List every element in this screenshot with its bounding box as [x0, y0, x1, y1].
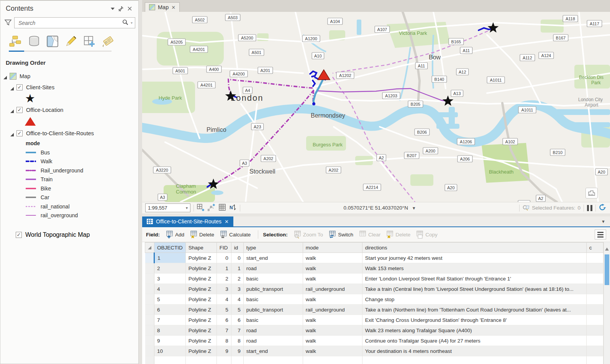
legend-item[interactable]: Bike	[0, 184, 138, 193]
table-row[interactable]: 8Polyline Z77roadwalkWalk 23 meters alon…	[145, 325, 603, 336]
column-header-id[interactable]: id	[231, 243, 243, 253]
table-cell[interactable]: walk	[303, 336, 362, 346]
table-row[interactable]: 6Polyline Z55public_transportrail_underg…	[145, 305, 603, 315]
field-add-button[interactable]: Add	[164, 230, 187, 240]
tree-item-basemap[interactable]: ✓ World Topographic Map	[0, 229, 138, 240]
table-cell[interactable]: basic	[243, 274, 303, 284]
table-cell[interactable]: 7	[216, 325, 231, 336]
selection-switch-button[interactable]: Switch	[326, 230, 356, 240]
table-cell[interactable]: 8	[231, 336, 243, 346]
table-cell[interactable]: Polyline Z	[185, 294, 216, 305]
table-cell[interactable]: 3	[216, 284, 231, 294]
table-cell[interactable]: Change stop	[362, 294, 586, 305]
legend-item[interactable]: Car	[0, 193, 138, 202]
column-header-c[interactable]: c	[586, 243, 603, 253]
table-tab[interactable]: Office-to-Client-Site-Routes ✕	[142, 216, 233, 226]
table-cell[interactable]: walk	[303, 253, 362, 263]
table-cell[interactable]: 1	[216, 263, 231, 274]
triangle-symbol[interactable]	[25, 117, 36, 126]
column-header-Shape[interactable]: Shape	[185, 243, 216, 253]
table-cell[interactable]: 2	[216, 274, 231, 284]
table-row[interactable]: 9Polyline Z88roadwalkContinue onto Trafa…	[145, 336, 603, 346]
table-cell[interactable]: Polyline Z	[185, 263, 216, 274]
table-cell[interactable]: Polyline Z	[185, 336, 216, 346]
map-canvas[interactable]: A502A503A104A107A118A117A5200A1200B165B1…	[142, 12, 610, 202]
coords-chevron-icon[interactable]: ▼	[412, 206, 416, 210]
table-row[interactable]: 4Polyline Z33public_transportrail_underg…	[145, 284, 603, 294]
panel-divider[interactable]	[139, 0, 142, 364]
table-cell[interactable]: walk	[303, 274, 362, 284]
table-cell[interactable]: Polyline Z	[185, 253, 216, 263]
table-cell[interactable]: 0	[216, 253, 231, 263]
table-cell[interactable]: 6	[154, 305, 186, 315]
legend-item[interactable]: rail_national	[0, 202, 138, 211]
table-cell[interactable]: 1	[154, 253, 186, 263]
search-icon[interactable]	[122, 19, 128, 27]
table-cell[interactable]: 5	[154, 294, 186, 305]
table-cell[interactable]: Polyline Z	[185, 346, 216, 356]
grid-plus-icon[interactable]	[197, 204, 204, 212]
legend-item[interactable]: Rail_underground	[0, 166, 138, 175]
table-cell[interactable]	[586, 305, 603, 315]
column-header-type[interactable]: type	[243, 243, 303, 253]
tree-item-layer[interactable]: ✓ Office-to-Client-Site-Routes	[0, 128, 138, 139]
table-cell[interactable]: 6	[231, 315, 243, 325]
table-cell[interactable]	[586, 315, 603, 325]
table-row[interactable]: 10Polyline Z99start_endwalkYour destinat…	[145, 346, 603, 356]
table-cell[interactable]: rail_underground	[303, 305, 362, 315]
table-tab-close-icon[interactable]: ✕	[225, 219, 229, 225]
table-cell[interactable]: Walk 153 meters	[362, 263, 586, 274]
table-scrollbar[interactable]	[603, 242, 610, 364]
table-cell[interactable]: Walk 23 meters along Trafalgar Square (A…	[362, 325, 586, 336]
search-input[interactable]	[18, 20, 122, 26]
table-cell[interactable]: 7	[154, 315, 186, 325]
table-cell[interactable]: 5	[216, 305, 231, 315]
table-cell[interactable]	[586, 294, 603, 305]
table-cell[interactable]: Start your journey 42 meters west	[362, 253, 586, 263]
table-cell[interactable]: Enter 'London Liverpool Street Rail Stat…	[362, 274, 586, 284]
table-cell[interactable]: walk	[303, 325, 362, 336]
column-header-FID[interactable]: FID	[216, 243, 231, 253]
table-cell[interactable]	[586, 325, 603, 336]
field-calculate-button[interactable]: Calculate	[218, 230, 253, 240]
table-cell[interactable]: Polyline Z	[185, 274, 216, 284]
expand-arrow-icon[interactable]	[10, 108, 14, 112]
table-cell[interactable]	[586, 253, 603, 263]
close-icon[interactable]	[125, 5, 134, 12]
table-cell[interactable]: Your destination is 4 meters northeast	[362, 346, 586, 356]
tree-item-layer[interactable]: ✓ Office-Location	[0, 104, 138, 115]
legend-item[interactable]: Train	[0, 175, 138, 184]
table-cell[interactable]: 6	[216, 315, 231, 325]
table-menu-icon[interactable]	[595, 230, 606, 239]
table-cell[interactable]: 3	[231, 284, 243, 294]
scale-combobox[interactable]: 1:99,557 ▾	[145, 203, 190, 212]
table-cell[interactable]: road	[243, 325, 303, 336]
table-cell[interactable]: start_end	[243, 253, 303, 263]
column-header-OBJECTID[interactable]: OBJECTID	[154, 243, 186, 253]
table-cell[interactable]: 9	[154, 336, 186, 346]
table-cell[interactable]: Take a train (Northern line) from 'Totte…	[362, 305, 586, 315]
snapping-tab-icon[interactable]	[82, 34, 96, 48]
table-cell[interactable]: Polyline Z	[185, 284, 216, 294]
table-row[interactable]: 3Polyline Z22basicwalkEnter 'London Live…	[145, 274, 603, 284]
table-cell[interactable]	[586, 336, 603, 346]
table-row[interactable]: 1Polyline Z00start_endwalkStart your jou…	[145, 253, 603, 263]
legend-item[interactable]: Walk	[0, 157, 138, 166]
table-cell[interactable]: 3	[154, 274, 186, 284]
table-cell[interactable]: 9	[216, 346, 231, 356]
table-cell[interactable]: walk	[303, 263, 362, 274]
edit-vertices-icon[interactable]	[208, 204, 215, 212]
refresh-icon[interactable]	[599, 204, 606, 212]
legend-item[interactable]: rail_overground	[0, 211, 138, 220]
table-cell[interactable]: public_transport	[243, 305, 303, 315]
pin-icon[interactable]	[117, 5, 125, 12]
layer-checkbox[interactable]: ✓	[16, 107, 23, 113]
table-cell[interactable]: public_transport	[243, 284, 303, 294]
edit-tab-icon[interactable]	[64, 34, 78, 48]
overview-button[interactable]	[585, 188, 598, 198]
selected-features-status[interactable]: Selected Features: 0	[523, 205, 580, 211]
table-cell[interactable]: basic	[243, 294, 303, 305]
table-cell[interactable]: walk	[303, 346, 362, 356]
legend-item[interactable]: Bus	[0, 148, 138, 157]
expand-arrow-icon[interactable]	[10, 85, 14, 89]
